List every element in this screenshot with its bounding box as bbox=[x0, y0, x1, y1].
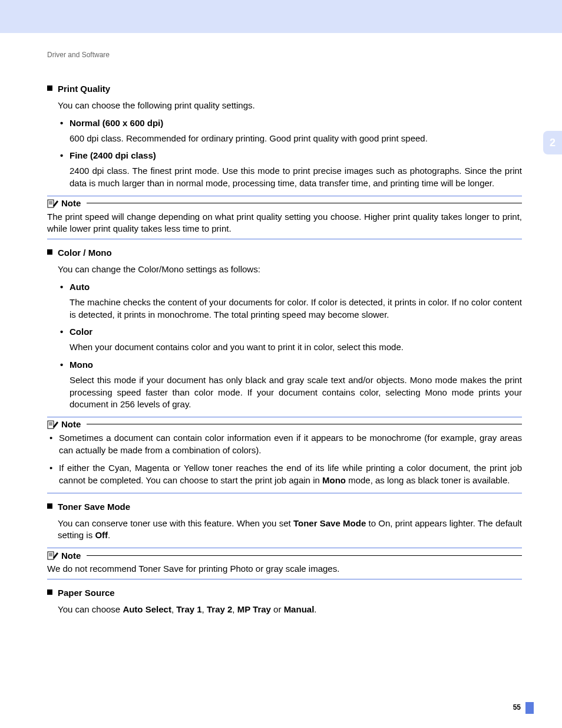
ps-sep4: or bbox=[271, 604, 284, 614]
note-label: Note bbox=[61, 198, 81, 208]
heading-print-quality: Print Quality bbox=[47, 84, 522, 94]
ps-sep1: , bbox=[171, 604, 176, 614]
note-label: Note bbox=[61, 419, 81, 429]
ps-pre: You can choose bbox=[58, 604, 123, 614]
ps-sep2: , bbox=[202, 604, 207, 614]
subheading-mono: Mono bbox=[58, 360, 522, 370]
note-body-ts: We do not recommend Toner Save for print… bbox=[47, 563, 522, 575]
subheading-normal: Normal (600 x 600 dpi) bbox=[58, 118, 522, 128]
note-icon bbox=[47, 419, 59, 430]
note-icon bbox=[47, 198, 59, 209]
note-rule bbox=[87, 203, 522, 203]
note-bottom-rule bbox=[47, 493, 522, 493]
note-color-mono: Note Sometimes a document can contain co… bbox=[47, 419, 522, 493]
body-toner-save: You can conserve toner use with this fea… bbox=[58, 518, 522, 542]
body-fine: 2400 dpi class. The finest print mode. U… bbox=[70, 165, 522, 189]
ts-post: . bbox=[108, 530, 110, 540]
section-toner-save: Toner Save Mode You can conserve toner u… bbox=[47, 502, 522, 542]
item-fine: Fine (2400 dpi class) 2400 dpi class. Th… bbox=[58, 150, 522, 189]
heading-toner-save: Toner Save Mode bbox=[47, 502, 522, 512]
svg-rect-0 bbox=[48, 200, 54, 207]
page-number: 55 bbox=[513, 703, 521, 711]
chapter-tab: 2 bbox=[543, 131, 562, 154]
intro-print-quality: You can choose the following print quali… bbox=[58, 100, 522, 112]
body-normal: 600 dpi class. Recommended for ordinary … bbox=[70, 133, 522, 145]
ts-b1: Toner Save Mode bbox=[293, 518, 366, 528]
note-bottom-rule bbox=[47, 579, 522, 579]
body-color: When your document contains color and yo… bbox=[70, 341, 522, 354]
section-paper-source: Paper Source You can choose Auto Select,… bbox=[47, 588, 522, 616]
top-banner bbox=[0, 0, 562, 33]
chapter-number: 2 bbox=[550, 137, 556, 149]
item-auto: Auto The machine checks the content of y… bbox=[58, 282, 522, 321]
item-color: Color When your document contains color … bbox=[58, 327, 522, 354]
svg-rect-8 bbox=[48, 552, 54, 559]
breadcrumb: Driver and Software bbox=[47, 51, 522, 59]
nb2-post: mode, as long as black toner is availabl… bbox=[346, 475, 510, 485]
ts-b2: Off bbox=[95, 530, 108, 540]
note-toner-save: Note We do not recommend Toner Save for … bbox=[47, 550, 522, 579]
note-bullet-1: Sometimes a document can contain color i… bbox=[47, 432, 522, 456]
subheading-fine: Fine (2400 dpi class) bbox=[58, 150, 522, 160]
body-auto: The machine checks the content of your d… bbox=[70, 297, 522, 321]
body-paper-source: You can choose Auto Select, Tray 1, Tray… bbox=[58, 604, 522, 616]
body-mono: Select this mode if your document has on… bbox=[70, 374, 522, 411]
note-print-quality: Note The print speed will change dependi… bbox=[47, 198, 522, 239]
ps-opt5: Manual bbox=[284, 604, 315, 614]
ps-sep3: , bbox=[232, 604, 237, 614]
item-normal: Normal (600 x 600 dpi) 600 dpi class. Re… bbox=[58, 118, 522, 145]
heading-paper-source: Paper Source bbox=[47, 588, 522, 598]
ts-pre: You can conserve toner use with this fea… bbox=[58, 518, 293, 528]
subheading-auto: Auto bbox=[58, 282, 522, 292]
note-bottom-rule bbox=[47, 239, 522, 239]
ps-post: . bbox=[314, 604, 316, 614]
nb2-bold: Mono bbox=[322, 475, 346, 485]
intro-color-mono: You can change the Color/Mono settings a… bbox=[58, 263, 522, 276]
ps-opt4: MP Tray bbox=[237, 604, 271, 614]
note-body-pq: The print speed will change depending on… bbox=[47, 211, 522, 235]
page-number-accent bbox=[525, 702, 534, 714]
note-label: Note bbox=[61, 551, 81, 561]
ps-opt2: Tray 1 bbox=[176, 604, 201, 614]
section-color-mono: Color / Mono You can change the Color/Mo… bbox=[47, 248, 522, 411]
ps-opt3: Tray 2 bbox=[207, 604, 232, 614]
note-rule bbox=[87, 555, 522, 556]
note-bullet-2: If either the Cyan, Magenta or Yellow to… bbox=[47, 462, 522, 486]
page-content: Driver and Software Print Quality You ca… bbox=[0, 33, 562, 615]
note-rule bbox=[87, 424, 522, 424]
item-mono: Mono Select this mode if your document h… bbox=[58, 360, 522, 411]
note-icon bbox=[47, 550, 59, 561]
heading-color-mono: Color / Mono bbox=[47, 248, 522, 258]
svg-rect-4 bbox=[48, 421, 54, 429]
section-print-quality: Print Quality You can choose the followi… bbox=[47, 84, 522, 190]
subheading-color: Color bbox=[58, 327, 522, 337]
ps-opt1: Auto Select bbox=[123, 604, 171, 614]
